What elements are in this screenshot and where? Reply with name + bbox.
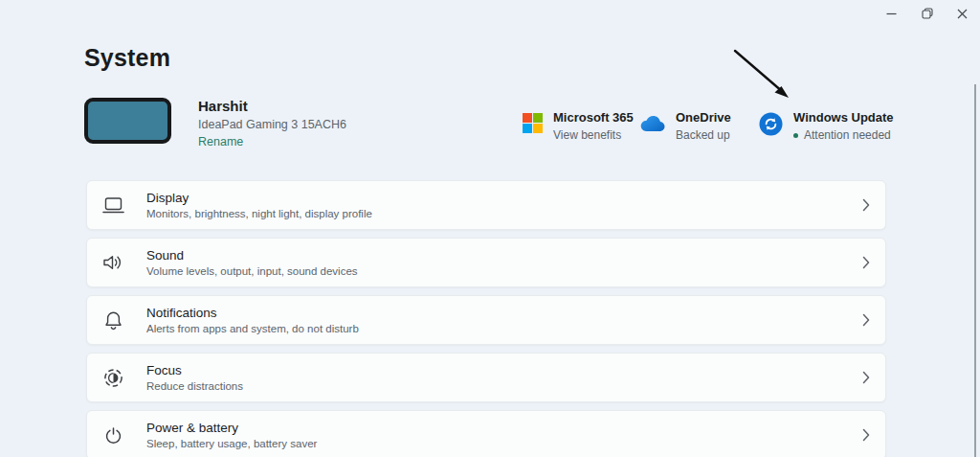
minimize-button[interactable]: [874, 0, 909, 27]
page-title: System: [84, 44, 170, 72]
focus-icon: [101, 368, 124, 388]
attention-status-dot: [793, 133, 798, 138]
device-name: Harshit: [198, 98, 346, 114]
close-icon: [957, 9, 968, 19]
microsoft365-subtitle: View benefits: [553, 128, 634, 142]
windows-update-card[interactable]: Windows Update Attention needed: [759, 110, 894, 142]
chevron-right-icon: [862, 428, 870, 442]
minimize-icon: [886, 9, 897, 19]
onedrive-cloud-icon: [639, 115, 665, 132]
device-thumbnail: [84, 98, 171, 144]
windows-update-title: Windows Update: [793, 110, 894, 125]
row-title: Focus: [146, 363, 851, 377]
rename-link[interactable]: Rename: [198, 135, 346, 149]
annotation-arrow: [731, 47, 798, 106]
device-model: IdeaPad Gaming 3 15ACH6: [198, 118, 346, 131]
onedrive-subtitle: Backed up: [676, 128, 731, 142]
row-subtitle: Monitors, brightness, night light, displ…: [146, 208, 851, 219]
row-title: Power & battery: [146, 421, 851, 435]
close-button[interactable]: [945, 0, 980, 27]
row-subtitle: Volume levels, output, input, sound devi…: [146, 265, 851, 277]
microsoft365-card[interactable]: Microsoft 365 View benefits: [523, 110, 634, 142]
row-title: Display: [146, 191, 851, 205]
chevron-right-icon: [862, 198, 870, 212]
settings-list: Display Monitors, brightness, night ligh…: [86, 180, 886, 457]
sound-icon: [101, 253, 124, 272]
windows-update-sync-icon: [759, 112, 783, 136]
restore-button[interactable]: [909, 0, 945, 27]
row-subtitle: Sleep, battery usage, battery saver: [146, 438, 851, 449]
onedrive-card[interactable]: OneDrive Backed up: [639, 110, 731, 142]
notifications-bell-icon: [101, 310, 124, 331]
device-header: Harshit IdeaPad Gaming 3 15ACH6 Rename: [84, 98, 346, 149]
chevron-right-icon: [862, 313, 870, 327]
power-icon: [101, 425, 124, 446]
display-icon: [101, 196, 124, 215]
row-subtitle: Alerts from apps and system, do not dist…: [146, 323, 851, 334]
settings-row-power-battery[interactable]: Power & battery Sleep, battery usage, ba…: [86, 410, 886, 457]
settings-row-sound[interactable]: Sound Volume levels, output, input, soun…: [86, 238, 886, 287]
chevron-right-icon: [862, 371, 870, 384]
microsoft365-title: Microsoft 365: [553, 110, 634, 125]
vertical-scrollbar[interactable]: [974, 84, 976, 457]
microsoft-logo-icon: [523, 113, 543, 133]
settings-window: System Harshit IdeaPad Gaming 3 15ACH6 R…: [0, 0, 980, 457]
settings-row-display[interactable]: Display Monitors, brightness, night ligh…: [86, 180, 886, 230]
row-title: Notifications: [146, 306, 851, 320]
windows-update-subtitle: Attention needed: [793, 128, 894, 142]
row-subtitle: Reduce distractions: [146, 380, 851, 392]
windows-update-status-text: Attention needed: [804, 128, 891, 142]
row-title: Sound: [146, 248, 851, 263]
chevron-right-icon: [862, 256, 870, 269]
onedrive-title: OneDrive: [676, 110, 731, 125]
settings-row-focus[interactable]: Focus Reduce distractions: [86, 353, 886, 402]
restore-icon: [922, 8, 933, 19]
titlebar: [874, 0, 980, 27]
settings-row-notifications[interactable]: Notifications Alerts from apps and syste…: [86, 295, 886, 345]
